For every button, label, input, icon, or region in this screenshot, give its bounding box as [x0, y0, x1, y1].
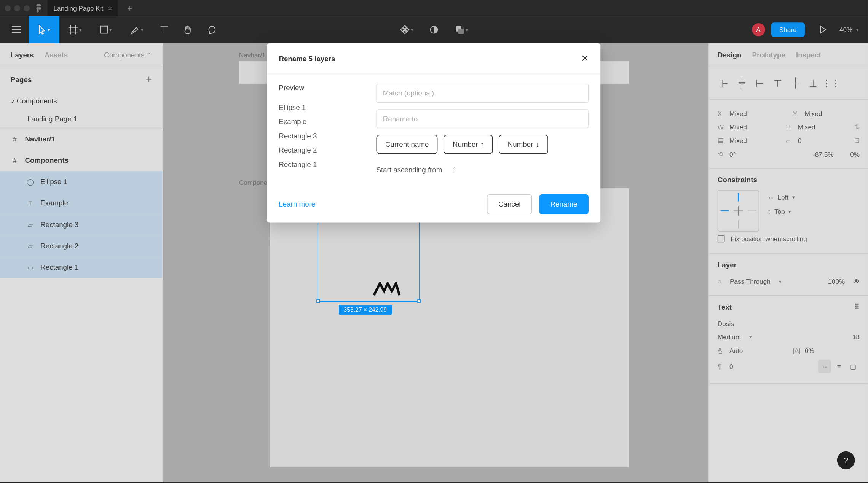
ascending-label: Start ascending from	[376, 166, 442, 174]
preview-label: Preview	[279, 84, 362, 92]
rename-button[interactable]: Rename	[539, 194, 589, 214]
preview-item: Rectangle 2	[279, 143, 362, 157]
preview-item: Ellipse 1	[279, 100, 362, 114]
ascending-input[interactable]	[450, 163, 474, 176]
preview-item: Rectangle 1	[279, 157, 362, 172]
close-icon[interactable]: ✕	[581, 53, 589, 64]
rename-input[interactable]	[376, 109, 588, 128]
preview-item: Example	[279, 114, 362, 129]
modal-title: Rename 5 layers	[279, 54, 335, 63]
number-desc-button[interactable]: Number↓	[499, 135, 548, 154]
current-name-button[interactable]: Current name	[376, 135, 437, 154]
cancel-button[interactable]: Cancel	[487, 194, 532, 214]
preview-item: Rectangle 3	[279, 129, 362, 143]
match-input[interactable]	[376, 84, 588, 103]
learn-more-link[interactable]: Learn more	[279, 200, 315, 208]
rename-modal: Rename 5 layers ✕ Preview Ellipse 1 Exam…	[267, 43, 600, 223]
number-asc-button[interactable]: Number↑	[444, 135, 493, 154]
